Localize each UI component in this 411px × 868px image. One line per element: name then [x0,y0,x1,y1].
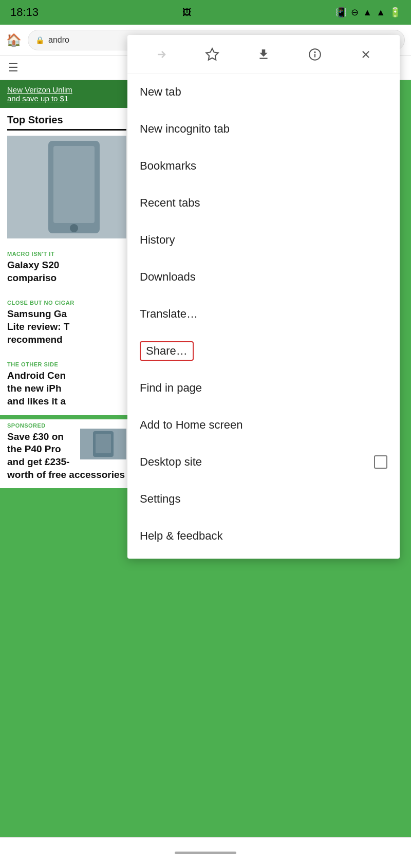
vibrate-icon: 📳 [335,7,347,18]
article-category-1: MACRO ISN'T IT [7,251,126,257]
lock-icon: 🔒 [35,36,44,44]
article-title-3: Android Centhe new iPhand likes it a [7,370,126,408]
menu-item-translate[interactable]: Translate… [127,296,400,333]
address-text: andro [48,35,69,45]
article-block-1: MACRO ISN'T IT Galaxy S20compariso [0,243,134,291]
article-category-2: CLOSE BUT NO CIGAR [7,300,126,306]
article-block-2: CLOSE BUT NO CIGAR Samsung GaLite review… [0,291,134,353]
hamburger-icon[interactable]: ☰ [8,61,18,75]
dropdown-menu: New tab New incognito tab Bookmarks Rece… [127,35,400,559]
menu-item-add-to-home[interactable]: Add to Home screen [127,407,400,444]
promo-line2: and save up to $1 [7,94,126,103]
promo-line1: New Verizon Unlim [7,85,126,94]
top-stories-section: Top Stories [0,108,134,243]
menu-item-share[interactable]: Share… [127,333,400,370]
menu-item-find-in-page[interactable]: Find in page [127,370,400,407]
status-photo-icon: 🖼 [182,7,192,18]
signal-icon: ▲ [376,7,385,18]
article-title-2: Samsung GaLite review: Trecommend [7,308,126,346]
menu-item-new-incognito-tab[interactable]: New incognito tab [127,110,400,147]
page-background-content: New Verizon Unlim and save up to $1 Top … [0,80,134,488]
share-label: Share… [140,341,194,361]
home-icon[interactable]: 🏠 [6,33,22,47]
wifi-icon: ▲ [363,7,372,18]
article-block-3: THE OTHER SIDE Android Centhe new iPhand… [0,353,134,415]
close-menu-icon[interactable] [353,42,378,67]
dnd-icon: ⊖ [351,7,359,18]
menu-item-bookmarks[interactable]: Bookmarks [127,147,400,184]
svg-rect-6 [96,434,111,453]
svg-point-3 [70,224,78,232]
menu-icons-row [127,35,400,73]
status-bar: 18:13 🖼 📳 ⊖ ▲ ▲ 🔋 [0,0,411,25]
menu-item-downloads[interactable]: Downloads [127,258,400,296]
menu-item-settings[interactable]: Settings [127,481,400,518]
download-page-icon[interactable] [251,42,276,67]
desktop-site-checkbox[interactable] [374,455,387,469]
sponsored-label: SPONSORED [7,422,126,429]
bottom-nav-handle [175,852,236,854]
status-icons: 📳 ⊖ ▲ ▲ 🔋 [335,7,401,18]
battery-icon: 🔋 [389,7,401,18]
forward-icon[interactable] [149,42,174,67]
menu-item-new-tab[interactable]: New tab [127,73,400,110]
page-info-icon[interactable] [303,42,327,67]
article-title-1: Galaxy S20compariso [7,259,126,284]
sponsored-image [80,429,126,459]
sponsored-section: SPONSORED Save £30 on the P40 Pro and ge… [0,419,134,489]
status-time: 18:13 [10,6,39,19]
menu-item-recent-tabs[interactable]: Recent tabs [127,184,400,221]
article-image [7,136,126,238]
svg-marker-8 [207,48,218,60]
promo-banner: New Verizon Unlim and save up to $1 [0,80,134,108]
bottom-nav [0,837,411,868]
menu-item-help-feedback[interactable]: Help & feedback [127,518,400,555]
menu-item-history[interactable]: History [127,221,400,258]
menu-item-desktop-site[interactable]: Desktop site [127,444,400,481]
bookmark-star-icon[interactable] [200,42,225,67]
article-category-3: THE OTHER SIDE [7,361,126,367]
top-stories-label: Top Stories [7,114,126,131]
svg-rect-2 [53,146,95,223]
